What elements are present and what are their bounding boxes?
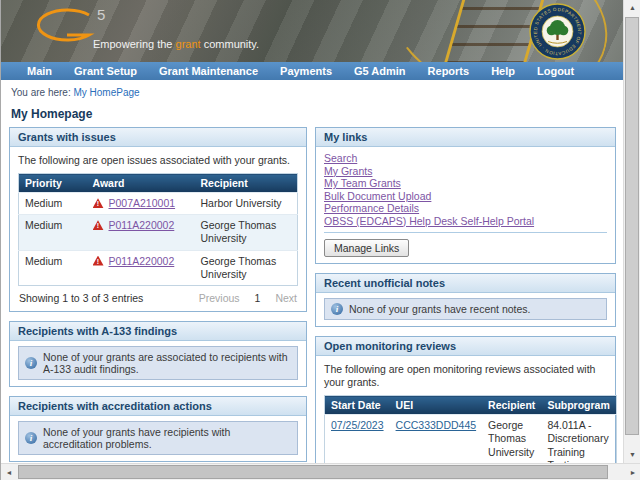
page-content: 5 Empowering the grant community. DEPART…: [1, 0, 624, 463]
grants-with-issues-table: Priority Award Recipient Medium !P007A21…: [18, 173, 298, 286]
department-of-education-seal-icon: DEPARTMENT OF EDUCATION · UNITED STATES …: [529, 3, 586, 60]
content-columns: Grants with issues The following are ope…: [1, 127, 624, 463]
subprogram-cell: 84.011A - Discretionary Training Testing: [541, 415, 616, 463]
info-icon: i: [331, 303, 343, 315]
grants-with-issues-panel: Grants with issues The following are ope…: [9, 127, 307, 312]
panel-title: Grants with issues: [10, 128, 306, 147]
scroll-down-icon[interactable]: ▼: [624, 447, 640, 463]
link-performance-details[interactable]: Performance Details: [324, 202, 607, 215]
recent-unofficial-notes-panel: Recent unofficial notes i None of your g…: [315, 273, 616, 327]
warning-icon: !: [93, 220, 104, 230]
nav-item-payments[interactable]: Payments: [269, 65, 343, 77]
link-obss-help-desk[interactable]: OBSS (EDCAPS) Help Desk Self-Help Portal: [324, 215, 607, 228]
info-text: None of your grants have recipients with…: [43, 426, 291, 450]
priority-cell: Medium: [19, 250, 87, 285]
column-header-award: Award: [87, 174, 195, 193]
links-divider: [324, 232, 607, 233]
info-message: i None of your grants have recipients wi…: [18, 421, 298, 455]
link-my-grants[interactable]: My Grants: [324, 165, 607, 178]
scroll-left-icon[interactable]: ◄: [1, 464, 17, 480]
breadcrumb-current-link[interactable]: My HomePage: [73, 87, 139, 98]
award-link[interactable]: P011A220002: [109, 219, 175, 231]
table-row: Medium !P007A210001 Harbor University: [19, 193, 298, 215]
showing-entries-label: Showing 1 to 3 of 3 entries: [19, 292, 143, 304]
table-row: Medium !P011A220002 George Thomas Univer…: [19, 250, 298, 285]
award-link[interactable]: P007A210001: [109, 197, 176, 209]
column-header-recipient: Recipient: [195, 174, 298, 193]
info-icon: i: [25, 432, 37, 444]
info-message: i None of your grants have recent notes.: [324, 298, 607, 320]
info-message: i None of your grants are associated to …: [18, 346, 298, 380]
priority-cell: Medium: [19, 215, 87, 250]
award-link[interactable]: P011A220002: [109, 255, 175, 267]
recipient-cell: Harbor University: [195, 193, 298, 215]
panel-title: Open monitoring reviews: [316, 337, 615, 356]
nav-item-logout[interactable]: Logout: [526, 65, 585, 77]
panel-description: The following are open monitoring review…: [324, 363, 607, 389]
recipient-cell: George Thomas University: [482, 415, 541, 463]
a133-findings-panel: Recipients with A-133 findings i None of…: [9, 321, 307, 387]
link-search[interactable]: Search: [324, 152, 607, 165]
panel-title: Recent unofficial notes: [316, 274, 615, 293]
nav-item-grant-setup[interactable]: Grant Setup: [63, 65, 148, 77]
browser-viewport: 5 Empowering the grant community. DEPART…: [0, 0, 640, 480]
horizontal-scrollbar[interactable]: ◄ ►: [1, 463, 640, 480]
warning-icon: !: [93, 256, 104, 266]
open-monitoring-reviews-panel: Open monitoring reviews The following ar…: [315, 336, 616, 463]
horizontal-scrollbar-thumb[interactable]: [18, 465, 608, 479]
link-my-team-grants[interactable]: My Team Grants: [324, 177, 607, 190]
panel-title: Recipients with A-133 findings: [10, 322, 306, 341]
nav-item-g5-admin[interactable]: G5 Admin: [343, 65, 417, 77]
manage-links-button[interactable]: Manage Links: [324, 239, 409, 257]
panel-title: My links: [316, 128, 615, 147]
vertical-scrollbar[interactable]: ▲ ▼: [623, 0, 640, 463]
column-header-priority: Priority: [19, 174, 87, 193]
uei-link[interactable]: CCC333DDD445: [396, 419, 477, 431]
right-column: My links Search My Grants My Team Grants…: [315, 127, 616, 463]
monitoring-reviews-table: Start Date UEI Recipient Subprogram 07/2…: [324, 395, 617, 463]
priority-cell: Medium: [19, 193, 87, 215]
page-title: My Homepage: [11, 107, 614, 121]
breadcrumb: You are here: My HomePage: [1, 80, 624, 98]
panel-title: Recipients with accreditation actions: [10, 397, 306, 416]
column-header-subprogram: Subprogram: [541, 396, 616, 415]
panel-description: The following are open issues associated…: [18, 154, 298, 167]
table-row: 07/25/2023 CCC333DDD445 George Thomas Un…: [325, 415, 617, 463]
g5-logo-5: 5: [97, 6, 105, 23]
accreditation-actions-panel: Recipients with accreditation actions i …: [9, 396, 307, 462]
nav-item-grant-maintenance[interactable]: Grant Maintenance: [148, 65, 269, 77]
warning-icon: !: [93, 198, 104, 208]
my-links-panel: My links Search My Grants My Team Grants…: [315, 127, 616, 264]
award-cell: !P011A220002: [87, 215, 195, 250]
header-banner: 5 Empowering the grant community. DEPART…: [1, 0, 624, 62]
pagination: Previous 1 Next: [199, 292, 297, 304]
column-header-uei: UEI: [390, 396, 483, 415]
info-icon: i: [25, 357, 37, 369]
table-row: Medium !P011A220002 George Thomas Univer…: [19, 215, 298, 250]
recipient-cell: George Thomas University: [195, 215, 298, 250]
left-column: Grants with issues The following are ope…: [9, 127, 307, 463]
vertical-scrollbar-thumb[interactable]: [625, 17, 639, 435]
tagline: Empowering the grant community.: [93, 38, 259, 50]
info-text: None of your grants are associated to re…: [43, 351, 291, 375]
award-cell: !P007A210001: [87, 193, 195, 215]
scroll-up-icon[interactable]: ▲: [624, 0, 640, 16]
main-navigation: Main Grant Setup Grant Maintenance Payme…: [1, 62, 624, 80]
nav-item-reports[interactable]: Reports: [417, 65, 481, 77]
column-header-start-date: Start Date: [325, 396, 390, 415]
column-header-recipient: Recipient: [482, 396, 541, 415]
uei-cell: CCC333DDD445: [390, 415, 483, 463]
pagination-previous[interactable]: Previous: [199, 292, 240, 304]
recipient-cell: George Thomas University: [195, 250, 298, 285]
start-date-cell: 07/25/2023: [325, 415, 390, 463]
award-cell: !P011A220002: [87, 250, 195, 285]
info-text: None of your grants have recent notes.: [349, 303, 531, 315]
nav-item-help[interactable]: Help: [480, 65, 526, 77]
nav-item-main[interactable]: Main: [16, 65, 63, 77]
link-bulk-document-upload[interactable]: Bulk Document Upload: [324, 190, 607, 203]
pagination-next[interactable]: Next: [275, 292, 297, 304]
pagination-page-1[interactable]: 1: [255, 292, 261, 304]
start-date-link[interactable]: 07/25/2023: [331, 419, 384, 431]
scroll-right-icon[interactable]: ►: [625, 464, 640, 480]
